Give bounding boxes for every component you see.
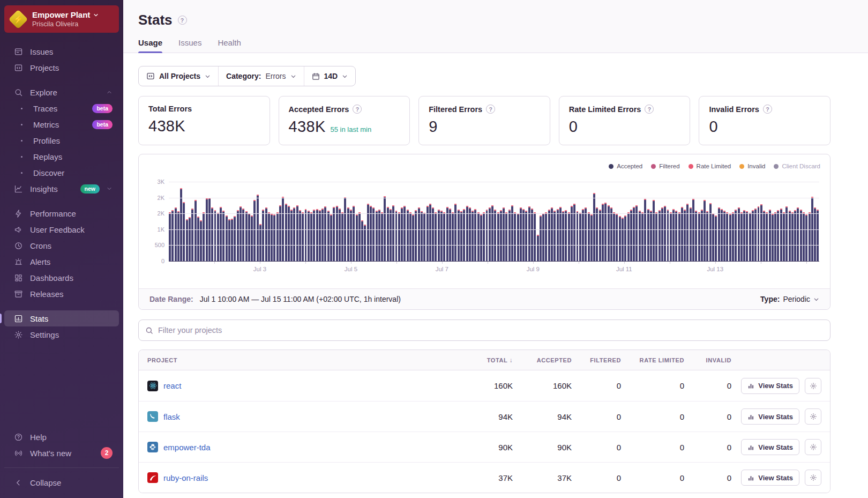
- column-header-filtered[interactable]: FILTERED: [572, 357, 621, 363]
- chart-bar: [378, 210, 380, 262]
- project-settings-gear-button[interactable]: [805, 378, 821, 394]
- bar-chart-icon: [747, 382, 754, 389]
- legend-item-rate-limited[interactable]: Rate Limited: [689, 163, 731, 169]
- sidebar-item-profiles[interactable]: Profiles: [4, 132, 119, 148]
- chart-bar: [222, 211, 225, 262]
- chart-bar: [794, 210, 796, 262]
- column-header-invalid[interactable]: INVALID: [684, 357, 731, 363]
- view-stats-button[interactable]: View Stats: [741, 378, 799, 394]
- chart-bar: [175, 207, 177, 262]
- date-range-value: 14D: [324, 72, 338, 80]
- chart-bar: [466, 206, 468, 262]
- view-stats-button[interactable]: View Stats: [741, 439, 799, 455]
- sidebar-item-metrics[interactable]: Metricsbeta: [4, 116, 119, 132]
- chart-bar: [579, 213, 581, 262]
- python-platform-icon: [147, 442, 158, 452]
- sidebar-item-explore[interactable]: Explore: [4, 84, 119, 100]
- sidebar-item-releases[interactable]: Releases: [4, 286, 119, 302]
- sidebar-item-performance[interactable]: Performance: [4, 205, 119, 221]
- x-axis-tick: [260, 262, 260, 264]
- help-icon[interactable]: ?: [353, 105, 362, 114]
- project-cell: flask: [147, 411, 457, 422]
- help-icon[interactable]: ?: [763, 105, 772, 114]
- chart-bar: [220, 207, 222, 262]
- sidebar-item-collapse[interactable]: Collapse: [4, 474, 119, 490]
- chart-bar: [758, 206, 760, 262]
- chart-bar: [443, 212, 445, 262]
- sidebar-item-what-s-new[interactable]: What's new2: [4, 445, 119, 461]
- sidebar-item-projects[interactable]: Projects: [4, 60, 119, 76]
- column-header-project[interactable]: PROJECT: [147, 357, 457, 363]
- chart-bar: [486, 210, 488, 262]
- type-dropdown[interactable]: Type: Periodic: [760, 295, 819, 303]
- project-settings-gear-button[interactable]: [805, 470, 821, 486]
- chart-bar: [528, 206, 530, 262]
- help-icon[interactable]: ?: [645, 105, 654, 114]
- performance-icon: [13, 208, 24, 219]
- sidebar-item-settings[interactable]: Settings: [4, 326, 119, 343]
- sidebar-item-label: Discover: [33, 168, 113, 177]
- legend-item-accepted[interactable]: Accepted: [609, 163, 642, 169]
- project-link[interactable]: empower-tda: [163, 443, 211, 452]
- chart-bar: [568, 212, 570, 262]
- column-header-total[interactable]: TOTAL↓: [457, 356, 513, 364]
- view-stats-button[interactable]: View Stats: [741, 470, 799, 486]
- project-search-input[interactable]: [158, 326, 824, 335]
- sidebar-item-crons[interactable]: Crons: [4, 237, 119, 254]
- sidebar-item-dashboards[interactable]: Dashboards: [4, 270, 119, 286]
- column-header-rate-limited[interactable]: RATE LIMITED: [621, 357, 684, 363]
- sidebar-item-discover[interactable]: Discover: [4, 165, 119, 181]
- chart-bar: [684, 210, 686, 262]
- sidebar-item-user-feedback[interactable]: User Feedback: [4, 221, 119, 237]
- total-cell: 90K: [457, 443, 513, 452]
- date-range-filter[interactable]: 14D: [304, 66, 356, 86]
- chart-bar: [469, 207, 471, 262]
- sidebar-item-insights[interactable]: Insightsnew: [4, 181, 119, 197]
- legend-item-invalid[interactable]: Invalid: [739, 163, 765, 169]
- chart-bar: [472, 211, 474, 262]
- chart-bar: [616, 214, 618, 262]
- legend-item-filtered[interactable]: Filtered: [651, 163, 679, 169]
- divider: [4, 467, 119, 468]
- chart-bar: [248, 213, 250, 262]
- sidebar-item-alerts[interactable]: Alerts: [4, 254, 119, 270]
- sidebar-item-help[interactable]: Help: [4, 429, 119, 445]
- page-title-help-icon[interactable]: ?: [178, 16, 187, 25]
- column-header-accepted[interactable]: ACCEPTED: [513, 357, 572, 363]
- sidebar-item-issues[interactable]: Issues: [4, 43, 119, 60]
- tab-issues[interactable]: Issues: [178, 38, 201, 53]
- view-stats-button[interactable]: View Stats: [741, 408, 799, 425]
- chart-bar: [276, 212, 279, 262]
- tab-health[interactable]: Health: [218, 38, 241, 53]
- bullet-icon: [16, 172, 27, 174]
- sidebar-item-traces[interactable]: Tracesbeta: [4, 100, 119, 116]
- y-axis-label: 2K: [158, 210, 164, 217]
- chart-bar: [242, 209, 244, 262]
- sidebar-item-label: Metrics: [33, 120, 86, 129]
- sidebar-item-replays[interactable]: Replays: [4, 148, 119, 165]
- chart-bar: [596, 207, 598, 262]
- project-settings-gear-button[interactable]: [805, 408, 821, 425]
- project-link[interactable]: react: [163, 381, 181, 390]
- help-icon[interactable]: ?: [486, 105, 495, 114]
- x-axis-tick: [670, 262, 670, 264]
- chart-bar: [234, 216, 236, 262]
- gridline: 0: [169, 261, 819, 262]
- category-filter[interactable]: Category: Errors: [218, 66, 303, 86]
- projects-icon: [146, 72, 155, 80]
- tab-usage[interactable]: Usage: [138, 38, 162, 53]
- sidebar-item-stats[interactable]: Stats: [4, 310, 119, 326]
- org-switcher[interactable]: ⚡ Empower Plant Priscila Oliveira: [4, 5, 119, 33]
- legend-item-client-discard[interactable]: Client Discard: [774, 163, 820, 169]
- chart-bar: [653, 200, 655, 262]
- chart-bar: [814, 207, 816, 262]
- project-link[interactable]: ruby-on-rails: [163, 473, 208, 482]
- filtered-cell: 0: [572, 443, 621, 452]
- legend-label: Accepted: [617, 163, 642, 169]
- project-link[interactable]: flask: [163, 412, 180, 421]
- project-filter[interactable]: All Projects: [139, 66, 218, 86]
- chart-bar: [604, 203, 607, 262]
- project-settings-gear-button[interactable]: [805, 439, 821, 455]
- gridline: 2K: [169, 198, 819, 198]
- chart-bar: [514, 212, 516, 262]
